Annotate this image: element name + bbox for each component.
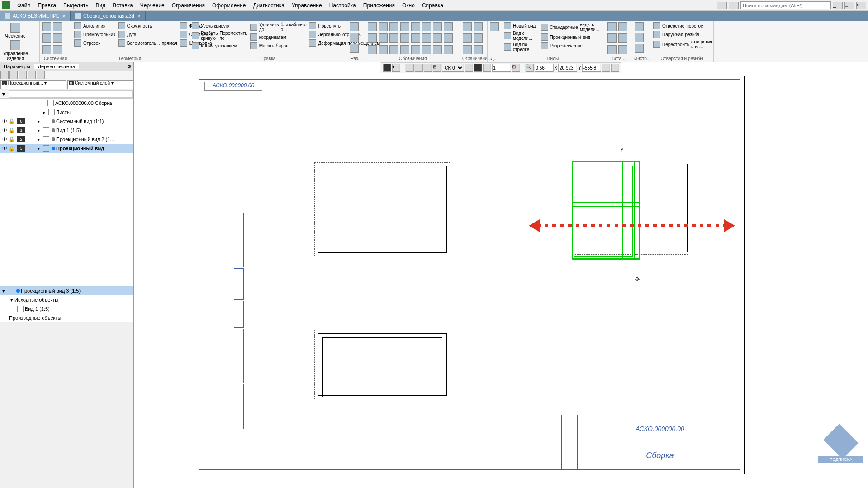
grid-icon[interactable]: ⊞ [432,64,441,72]
constr-icon[interactable] [463,45,472,54]
menu-drawing[interactable]: Черчение [137,1,168,9]
ct-icon[interactable] [465,64,473,72]
maximize-icon[interactable]: □ [844,2,854,9]
annot-icon[interactable] [411,45,420,54]
tree-item-sysview[interactable]: 👁 🔒 0 ▸ Системный вид (1:1) [0,117,133,126]
title-block[interactable]: АСКО.000000.00 Сборка [561,415,740,470]
constr-icon[interactable] [474,22,483,31]
menu-select[interactable]: Выделить [60,1,92,9]
ins-icon[interactable] [618,45,627,54]
annot-icon[interactable] [400,22,409,31]
menu-help[interactable]: Справка [418,1,447,9]
drawing-sheet[interactable]: АСКО.000000.00 Y ✥ [184,76,745,474]
zoomfit-icon[interactable]: ⊡ [512,64,520,72]
layout-btn2-icon[interactable] [729,2,739,9]
menu-constraints[interactable]: Ограничения [168,1,209,9]
rebuild-button[interactable]: Перестроить отверстия и из... [652,39,713,50]
y-input[interactable] [582,64,601,72]
annot-icon[interactable] [422,45,431,54]
menu-manage[interactable]: Управление [288,1,326,9]
tree-search-input[interactable] [9,90,133,98]
extend-button[interactable]: Удлинить до ближайшего о... [249,22,308,33]
minimize-icon[interactable]: _ [833,2,843,9]
hole-simple-button[interactable]: Отверстие простое [652,22,713,30]
ct-icon[interactable] [474,64,482,72]
lock-icon[interactable]: 🔒 [8,146,15,152]
dim-icon[interactable] [350,44,359,53]
visibility-icon[interactable]: 👁 [1,128,8,133]
newview-button[interactable]: Новый вид [503,22,539,30]
projview-button[interactable]: Проекционный вид [540,33,603,41]
x-input[interactable] [558,64,577,72]
section-button[interactable]: Разрез/сечение [540,42,603,50]
dim-icon[interactable] [350,33,359,42]
annot-icon[interactable] [433,33,442,43]
tree-lower-item[interactable]: Производные объекты [0,313,133,322]
command-search-input[interactable] [740,1,831,9]
annot-icon[interactable] [368,33,377,43]
tree-item-projview3[interactable]: 👁 🔒 3 ▸ Проекционный вид [0,144,133,153]
annot-icon[interactable] [389,33,398,43]
ct-icon[interactable] [483,64,491,72]
visibility-icon[interactable]: 👁 [1,118,8,124]
lock-icon[interactable]: 🔒 [8,128,15,133]
menu-insert[interactable]: Вставка [109,1,137,9]
menu-diagnostics[interactable]: Диагностика [249,1,288,9]
ins-icon[interactable] [607,33,617,43]
menu-settings[interactable]: Настройка [326,1,360,9]
ct-icon[interactable] [414,64,422,72]
drawing-view-projection[interactable]: Y [575,161,688,255]
diag-icon[interactable] [490,22,499,31]
annot-icon[interactable] [411,22,420,31]
menu-edit[interactable]: Правка [34,1,60,9]
ct-icon[interactable] [383,64,391,72]
filter-icon[interactable]: ▼ [1,91,7,97]
tree-lower-item[interactable]: Вид 1 (1:5) [0,304,133,313]
ins-icon[interactable] [607,22,617,31]
panel-tool-icon[interactable] [9,71,18,79]
trim-button[interactable]: Усечь кривую [191,22,248,30]
tool-icon[interactable] [635,44,644,53]
coord-system-select[interactable]: CK 0 [441,64,464,72]
annot-icon[interactable] [368,45,377,54]
constr-icon[interactable] [463,22,472,31]
tab-close-icon[interactable]: × [137,13,141,19]
dim-icon[interactable] [350,22,359,31]
tool-icon[interactable] [635,33,644,42]
ct-icon[interactable] [405,64,413,72]
ct-icon[interactable] [611,64,619,72]
menu-window[interactable]: Окно [398,1,418,9]
layout-btn1-icon[interactable] [717,2,727,9]
ins-icon[interactable] [607,45,617,54]
panel-tool-icon[interactable] [0,71,9,79]
tree-lower-root[interactable]: ▾ Проекционный вид 3 (1:5) [0,286,133,295]
annot-icon[interactable] [379,22,388,31]
doc-tab-1[interactable]: АСКО БЕЗ ИМЕНИ1 × [0,11,71,21]
annot-icon[interactable] [422,33,431,43]
view-select[interactable]: 3 Проекционный... ▾ [0,80,66,89]
annot-icon[interactable] [379,45,388,54]
lock-icon[interactable]: 🔒 [8,137,15,142]
arc-button[interactable]: Дуга [117,30,178,38]
sys-icon[interactable] [53,45,62,54]
ct-icon[interactable] [602,64,610,72]
menu-file[interactable]: Файл [14,1,34,9]
tool-icon[interactable] [635,22,644,31]
lock-icon[interactable]: 🔒 [8,118,15,124]
rotate-button[interactable]: координатам [249,33,308,41]
close-icon[interactable]: × [856,2,866,9]
annot-icon[interactable] [389,45,398,54]
annot-icon[interactable] [422,22,431,31]
sys-icon[interactable] [53,22,62,31]
annot-icon[interactable] [444,22,453,31]
sys-icon[interactable] [53,33,62,43]
doc-tab-2[interactable]: Сборка_основная.a3d × [71,11,146,21]
tree-lower-item[interactable]: ▾ Исходные объекты [0,295,133,304]
annot-icon[interactable] [444,33,453,43]
ins-icon[interactable] [618,22,627,31]
visibility-icon[interactable]: 👁 [1,137,8,142]
modelview-button[interactable]: Вид с модели... [503,30,539,41]
arrowview-button[interactable]: Вид по стрелке [503,42,539,52]
drawing-view-1[interactable] [314,162,450,256]
sys-icon[interactable] [42,33,51,43]
